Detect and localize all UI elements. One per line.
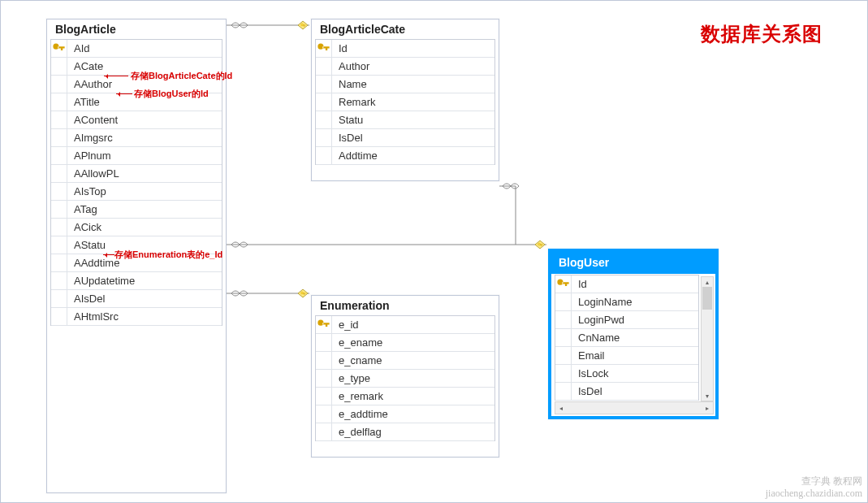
empty-icon	[555, 293, 572, 310]
column-name: ATitle	[67, 96, 100, 108]
column-name: APlnum	[67, 150, 111, 162]
table-title: Enumeration	[312, 296, 499, 314]
column-name: Remark	[332, 96, 376, 108]
table-row[interactable]: ACick	[51, 219, 222, 236]
key-icon	[316, 316, 332, 333]
diagram-canvas: BlogArticle AId ACate AAuthor ATitle ACo…	[1, 1, 867, 502]
horizontal-scrollbar[interactable]: ◂ ▸	[555, 401, 714, 414]
table-enumeration[interactable]: Enumeration e_id e_ename e_cname e_type …	[311, 295, 499, 457]
annotation-aauthor: 存储BlogUser的Id	[134, 88, 209, 100]
empty-icon	[555, 347, 572, 364]
empty-icon	[51, 129, 67, 146]
scroll-down-arrow-icon[interactable]: ▾	[702, 391, 713, 401]
column-name: AAllowPL	[67, 167, 119, 180]
column-name: AImgsrc	[67, 132, 113, 144]
column-name: AHtmlSrc	[67, 310, 119, 323]
column-name: e_id	[332, 319, 359, 331]
table-row[interactable]: AHtmlSrc	[51, 308, 222, 326]
scrollbar-thumb[interactable]	[702, 287, 712, 310]
table-row[interactable]: Author	[316, 58, 494, 76]
table-row[interactable]: LoginPwd	[555, 311, 698, 329]
empty-icon	[316, 334, 332, 351]
empty-icon	[316, 129, 332, 146]
empty-icon	[555, 311, 572, 328]
column-name: e_delflag	[332, 426, 382, 438]
table-title: BlogUser	[551, 251, 716, 274]
empty-icon	[316, 111, 332, 128]
column-name: AIsDel	[67, 293, 105, 305]
column-name: IsDel	[332, 132, 363, 144]
empty-icon	[555, 365, 572, 382]
table-row[interactable]: Id	[555, 275, 698, 293]
table-bloguser[interactable]: BlogUser Id LoginName LoginPwd CnName Em…	[548, 249, 719, 419]
table-row[interactable]: e_delflag	[316, 423, 494, 441]
diagram-title: 数据库关系图	[701, 21, 823, 47]
table-row[interactable]: Email	[555, 347, 698, 365]
table-row[interactable]: IsDel	[555, 383, 698, 401]
column-name: Id	[332, 42, 348, 54]
table-row[interactable]: Statu	[316, 111, 494, 129]
column-name: ATag	[67, 203, 97, 215]
arrow-icon	[116, 93, 132, 94]
column-name: Addtime	[332, 150, 378, 162]
scroll-up-arrow-icon[interactable]: ▴	[702, 277, 713, 287]
annotation-astatu: 存储Enumeration表的e_Id	[114, 249, 222, 261]
column-name: ACate	[67, 60, 103, 72]
arrow-icon	[103, 254, 114, 255]
table-row[interactable]: AIsTop	[51, 183, 222, 201]
table-row[interactable]: Id	[316, 40, 494, 58]
column-list: e_id e_ename e_cname e_type e_remark e_a…	[315, 315, 495, 441]
column-list: Id LoginName LoginPwd CnName Email IsLoc…	[555, 275, 699, 401]
table-row[interactable]: AImgsrc	[51, 129, 222, 147]
scroll-right-arrow-icon[interactable]: ▸	[702, 402, 713, 414]
empty-icon	[51, 201, 67, 218]
table-row[interactable]: AAllowPL	[51, 165, 222, 183]
key-icon	[51, 40, 67, 57]
table-row[interactable]: e_addtime	[316, 405, 494, 423]
table-row[interactable]: CnName	[555, 329, 698, 347]
scroll-left-arrow-icon[interactable]: ◂	[555, 402, 567, 414]
table-row[interactable]: e_id	[316, 316, 494, 334]
table-row[interactable]: ATag	[51, 201, 222, 219]
column-name: AContent	[67, 114, 118, 126]
empty-icon	[51, 308, 67, 325]
empty-icon	[51, 290, 67, 307]
watermark: 查字典 教程网 jiaocheng.chazidian.com	[766, 475, 862, 499]
empty-icon	[316, 147, 332, 164]
table-row[interactable]: IsDel	[316, 129, 494, 147]
table-row[interactable]: AIsDel	[51, 290, 222, 308]
key-icon	[555, 275, 572, 293]
table-row[interactable]: LoginName	[555, 293, 698, 311]
column-name: Author	[332, 60, 369, 72]
table-row[interactable]: AUpdatetime	[51, 272, 222, 290]
table-row[interactable]: e_type	[316, 370, 494, 388]
empty-icon	[316, 352, 332, 369]
column-name: AAuthor	[67, 78, 112, 90]
empty-icon	[51, 147, 67, 164]
empty-icon	[316, 76, 332, 93]
table-row[interactable]: IsLock	[555, 365, 698, 383]
empty-icon	[51, 254, 67, 271]
table-row[interactable]: e_ename	[316, 334, 494, 352]
table-row[interactable]: Remark	[316, 93, 494, 111]
table-row[interactable]: e_cname	[316, 352, 494, 370]
table-row[interactable]: Name	[316, 76, 494, 93]
empty-icon	[316, 58, 332, 75]
column-name: Id	[572, 278, 587, 290]
column-name: AAddtime	[67, 257, 119, 269]
vertical-scrollbar[interactable]: ▴ ▾	[701, 276, 714, 401]
arrow-icon	[104, 76, 128, 76]
empty-icon	[51, 76, 67, 93]
table-row[interactable]: AContent	[51, 111, 222, 129]
table-blogarticlecate[interactable]: BlogArticleCate Id Author Name Remark St…	[311, 19, 499, 181]
column-name: AStatu	[67, 239, 106, 251]
table-row[interactable]: AId	[51, 40, 222, 58]
table-row[interactable]: e_remark	[316, 388, 494, 405]
column-name: Statu	[332, 114, 363, 126]
column-name: Email	[572, 349, 605, 362]
empty-icon	[51, 219, 67, 236]
empty-icon	[51, 236, 67, 254]
empty-icon	[51, 272, 67, 289]
table-row[interactable]: Addtime	[316, 147, 494, 165]
table-row[interactable]: APlnum	[51, 147, 222, 165]
